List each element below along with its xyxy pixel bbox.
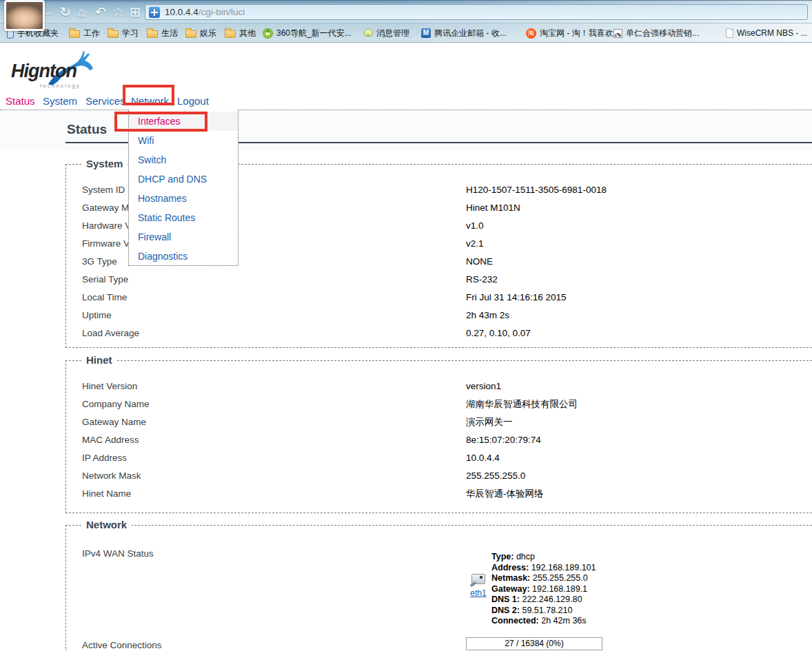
bookmark-label: 娱乐: [200, 28, 216, 39]
field-value: 10.0.4.4: [466, 449, 500, 467]
field-value: H120-1507-1511-3505-6981-0018: [466, 181, 607, 199]
detail-value: 192.168.189.1: [532, 584, 587, 594]
undo-icon[interactable]: ↶: [95, 5, 106, 20]
url-text[interactable]: 10.0.4.4/cgi-bin/luci: [165, 7, 245, 17]
site-security-icon[interactable]: [149, 7, 160, 18]
bookmark-label: 消息管理: [376, 28, 409, 39]
field-label: Load Average: [82, 324, 139, 342]
field-label: System ID: [82, 181, 125, 199]
folder-icon: [225, 30, 236, 38]
menu-item-dhcp-and-dns[interactable]: DHCP and DNS: [129, 169, 238, 189]
star-icon[interactable]: ☆: [112, 5, 124, 20]
nav-item-system[interactable]: System: [43, 95, 77, 107]
apps-icon[interactable]: ⊞: [130, 5, 141, 20]
nav-item-logout[interactable]: Logout: [177, 95, 209, 107]
detail-key: Type:: [491, 552, 514, 561]
bookmark-label: 腾讯企业邮箱 - 收...: [434, 28, 507, 39]
bookmark-item[interactable]: WiseCRM NBS - ...: [726, 26, 808, 40]
table-row: Gateway Name演示网关一: [66, 413, 812, 431]
wan-status-label: IPv4 WAN Status: [82, 548, 154, 559]
menu-item-diagnostics[interactable]: Diagnostics: [129, 247, 238, 266]
menu-item-hostnames[interactable]: Hostnames: [129, 189, 238, 208]
detail-key: DNS 1:: [491, 595, 520, 604]
bookmark-item[interactable]: 其他: [225, 26, 256, 40]
section-network: Network IPv4 WAN Status eth1 Type: dhcp …: [65, 525, 812, 651]
browser-toolbar: ← ↻ ⌂ ↶ ☆ ⊞ 10.0.4.4/cgi-bin/luci: [0, 0, 812, 23]
field-label: Uptime: [82, 307, 112, 324]
nav-item-services[interactable]: Services: [85, 95, 125, 107]
wan-detail-line: Type: dhcp: [491, 552, 596, 563]
user-avatar[interactable]: [4, 0, 45, 31]
url-host: 10.0.4.4: [165, 7, 199, 17]
table-row: Uptime2h 43m 2s: [66, 307, 812, 324]
menu-item-switch[interactable]: Switch: [129, 150, 238, 169]
field-value: Fri Jul 31 14:16:16 2015: [466, 289, 567, 307]
address-bar[interactable]: 10.0.4.4/cgi-bin/luci: [145, 4, 808, 20]
detail-value: 59.51.78.210: [522, 606, 572, 615]
field-value: version1: [466, 378, 501, 395]
bookmark-item[interactable]: 单仁合强移动营销...: [613, 26, 699, 40]
screenshot-root: ← ↻ ⌂ ↶ ☆ ⊞ 10.0.4.4/cgi-bin/luci 手机收藏夹 …: [0, 0, 812, 651]
home-icon[interactable]: ⌂: [78, 5, 85, 20]
bookmark-item[interactable]: 工作: [69, 26, 100, 40]
refresh-icon[interactable]: ↻: [60, 5, 71, 20]
bookmark-item[interactable]: 学习: [108, 26, 139, 40]
field-value: RS-232: [466, 271, 498, 289]
wan-interface-link[interactable]: eth1: [466, 588, 491, 598]
detail-key: Netmask:: [491, 573, 530, 583]
detail-key: DNS 2:: [491, 606, 520, 615]
active-connections-label: Active Connections: [82, 640, 162, 650]
nav-item-status[interactable]: Status: [6, 95, 35, 107]
hinet-rows: Hinet Versionversion1 Company Name湖南华辰智通…: [66, 378, 812, 503]
field-value: NONE: [466, 253, 493, 271]
annotation-box-network: [123, 85, 174, 105]
field-label: 3G Type: [82, 253, 117, 271]
mail-icon: M: [421, 28, 431, 38]
annotation-box-interfaces: [114, 112, 207, 132]
folder-icon: [69, 30, 80, 38]
bookmark-item[interactable]: 360导航_新一代安...: [263, 26, 352, 40]
bookmark-label: 工作: [83, 28, 100, 39]
detail-value: 192.168.189.101: [531, 563, 596, 572]
menu-item-firewall[interactable]: Firewall: [129, 227, 238, 247]
menu-item-wifi[interactable]: Wifi: [129, 131, 238, 150]
url-path: /cgi-bin/luci: [199, 7, 245, 17]
field-value: Hinet M101N: [466, 199, 520, 217]
bookmark-item[interactable]: 娱乐: [185, 26, 216, 40]
bookmark-item[interactable]: 消息管理: [364, 26, 409, 40]
table-row: Hinet Name华辰智通-体验网络: [66, 485, 812, 503]
network-dropdown-menu: Interfaces Wifi Switch DHCP and DNS Host…: [128, 110, 238, 266]
field-value: 华辰智通-体验网络: [466, 485, 544, 503]
menu-item-static-routes[interactable]: Static Routes: [129, 208, 238, 227]
bookmark-item[interactable]: 淘淘宝网 - 淘！我喜欢: [526, 26, 613, 40]
table-row: MAC Address8e:15:07:20:79:74: [66, 431, 812, 449]
page-content: Hignton technology Status System Service…: [0, 43, 812, 651]
360-icon: [263, 28, 273, 39]
bookmark-label: 单仁合强移动营销...: [626, 28, 699, 39]
active-connections-progressbar: 27 / 16384 (0%): [466, 637, 602, 650]
wan-detail-line: DNS 1: 222.246.129.80: [491, 595, 596, 606]
bookmark-label: 其他: [239, 28, 256, 39]
field-label: Hinet Version: [82, 378, 137, 395]
section-hinet-legend: Hinet: [81, 354, 117, 366]
section-system-legend: System: [81, 158, 128, 169]
detail-value: 222.246.129.80: [522, 595, 582, 604]
brand-tagline: technology: [40, 83, 81, 89]
field-label: Gateway Name: [82, 413, 146, 431]
table-row: Serial TypeRS-232: [66, 271, 812, 289]
folder-icon: [185, 30, 196, 38]
folder-icon: [108, 30, 119, 38]
image-icon: [613, 29, 622, 38]
wan-interface: eth1: [466, 574, 491, 598]
bookmark-item[interactable]: M腾讯企业邮箱 - 收...: [421, 26, 507, 40]
folder-icon: [147, 30, 158, 38]
field-label: MAC Address: [82, 431, 139, 449]
bookmark-item[interactable]: 生活: [147, 26, 178, 40]
field-value: 8e:15:07:20:79:74: [466, 431, 541, 449]
table-row: Load Average0.27, 0.10, 0.07: [66, 324, 812, 342]
wan-detail-line: DNS 2: 59.51.78.210: [491, 606, 596, 617]
bookmark-label: 360导航_新一代安...: [276, 28, 352, 39]
detail-key: Gateway:: [491, 584, 530, 594]
table-row: IP Address10.0.4.4: [66, 449, 812, 467]
field-label: Network Mask: [82, 467, 141, 485]
